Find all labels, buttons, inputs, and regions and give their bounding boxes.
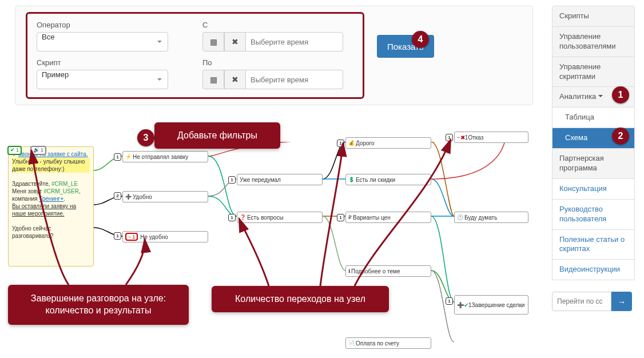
plus-icon: ➕ <box>457 302 464 308</box>
start-node[interactable]: ✔1 🔊1 ✈ Звоним по заявке с сайта. Улыбни… <box>8 146 94 266</box>
crm-lead-var: #CRM_LE <box>51 181 78 187</box>
close-icon: ✖ <box>460 134 465 141</box>
link-count: 1 <box>337 214 344 221</box>
step-badge-4: 4 <box>412 31 429 48</box>
node-expensive[interactable]: 💰Дорого <box>345 137 431 149</box>
clock-icon: 🕐 <box>457 214 463 220</box>
callout-completion: Завершение разговора на узле: количество… <box>8 285 189 325</box>
link-count: 1 <box>114 153 121 161</box>
company-link[interactable]: Тренинг+ <box>39 196 63 202</box>
convenient-text: Удобно сейчас разговаривать? <box>12 225 90 240</box>
to-time-input[interactable] <box>246 70 343 89</box>
link-count: 1 <box>337 140 344 147</box>
ordered-text: Вы оставляли заявку на наше мероприятие. <box>12 202 90 217</box>
operator-label: Оператор <box>37 21 168 29</box>
calendar-icon[interactable]: ▦ <box>202 32 224 51</box>
result-fail-badge: −1 <box>125 233 138 241</box>
sidebar-item-guide[interactable]: Руководство пользователя <box>552 200 635 230</box>
crm-user-var: #CRM_USER <box>43 188 79 194</box>
lightning-icon: ⚡ <box>125 154 132 160</box>
node-has-questions[interactable]: ❓Есть вопросы <box>237 212 323 223</box>
calendar-icon[interactable]: ▦ <box>202 70 224 89</box>
sidebar-item-scriptmgmt[interactable]: Управление скриптами <box>552 57 635 87</box>
link-count: 2 <box>114 192 121 200</box>
result-success-badge: ✔1 <box>7 146 22 155</box>
filter-highlight-box: Оператор Все С ▦ ✖ Скрипт Пример По ▦ <box>26 12 364 99</box>
node-discounts[interactable]: 💲Есть ли скидки <box>345 174 431 185</box>
discount-icon: 💲 <box>348 177 355 182</box>
node-changed-mind[interactable]: Уже передумал <box>237 174 323 185</box>
goto-button[interactable]: → <box>611 292 632 311</box>
to-label: По <box>202 58 343 67</box>
from-label: С <box>202 21 343 29</box>
step-badge-3: 3 <box>137 129 154 146</box>
money-icon: 💰 <box>348 140 355 146</box>
link-count: 1 <box>228 214 236 221</box>
node-refusal[interactable]: − ✖ 1Отказ <box>454 132 528 143</box>
filter-panel: Оператор Все С ▦ ✖ Скрипт Пример По ▦ <box>15 6 533 105</box>
link-count: 1 <box>114 232 121 240</box>
sidebar-item-videos[interactable]: Видеоинструкции <box>552 260 635 280</box>
clear-time-icon[interactable]: ✖ <box>224 70 246 89</box>
node-not-convenient[interactable]: −1 Не удобно <box>122 231 208 242</box>
from-time-input[interactable] <box>246 32 343 51</box>
callout-transitions: Количество переходов на узел <box>212 286 389 312</box>
question-icon: ❓ <box>240 214 246 220</box>
sound-icon: 🔊 <box>33 147 39 154</box>
sidebar-item-consult[interactable]: Консультация <box>552 179 635 200</box>
node-will-think[interactable]: 🕐Буду думать <box>454 212 528 223</box>
node-price-options[interactable]: ₽Варианты цен <box>345 212 431 223</box>
clear-time-icon[interactable]: ✖ <box>224 32 246 51</box>
check-icon: ✔ <box>464 302 468 308</box>
goto-link: → <box>552 292 635 311</box>
sidebar-item-table[interactable]: Таблица <box>552 108 635 128</box>
doc-icon: 📄 <box>348 340 355 346</box>
info-icon: ℹ <box>348 268 350 274</box>
link-count: 1 <box>446 297 453 305</box>
node-deal-complete[interactable]: ➕ ✔ 1Завершение сделки <box>454 295 528 315</box>
sidebar-item-partner[interactable]: Партнерская программа <box>552 149 635 179</box>
sidebar-item-scripts[interactable]: Скрипты <box>552 6 635 27</box>
script-select[interactable]: Пример <box>37 70 168 89</box>
plus-icon: ➕ <box>125 194 132 200</box>
sidebar: Скрипты Управление пользователями Управл… <box>552 6 635 311</box>
node-more-topic[interactable]: ℹПодробнее о теме <box>345 265 431 277</box>
check-icon: ✔ <box>10 147 15 154</box>
smile-text: Улыбнись - улыбку слышно даже по телефон… <box>12 158 90 173</box>
link-count: 1 <box>228 176 236 184</box>
minus-icon: − <box>128 234 131 240</box>
step-badge-1: 1 <box>612 86 629 104</box>
node-no-request[interactable]: ⚡Не отправлял заявку <box>122 151 208 162</box>
result-sound-badge: 🔊1 <box>30 146 46 155</box>
sidebar-item-articles[interactable]: Полезные статьи о скриптах <box>552 230 635 260</box>
ruble-icon: ₽ <box>348 214 352 220</box>
operator-select[interactable]: Все <box>37 32 168 51</box>
link-count: 1 <box>446 134 453 141</box>
script-label: Скрипт <box>37 58 168 67</box>
node-convenient[interactable]: ➕Удобно <box>122 191 208 202</box>
sidebar-item-users[interactable]: Управление пользователями <box>552 27 635 57</box>
node-invoice-pay[interactable]: 📄Оплата по счету <box>345 337 431 349</box>
call-link[interactable]: Звоним по заявке с сайта. <box>18 151 88 157</box>
callout-add-filters: Добавьте фильтры <box>154 122 280 149</box>
goto-input[interactable] <box>552 292 611 311</box>
step-badge-2: 2 <box>612 128 629 145</box>
